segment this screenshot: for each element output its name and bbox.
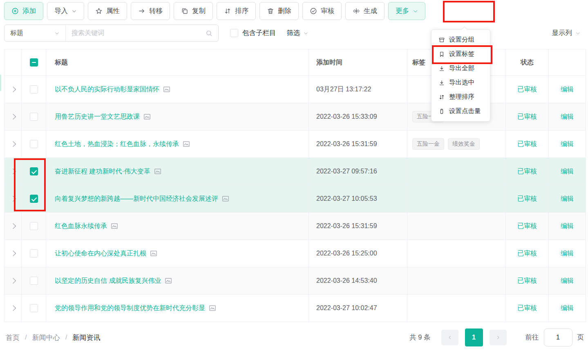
- menu-item-set-tags[interactable]: 设置标签: [431, 47, 490, 61]
- chevron-right-icon[interactable]: [10, 305, 16, 311]
- chevron-right-icon[interactable]: [10, 251, 16, 256]
- row-checkbox[interactable]: [30, 140, 38, 148]
- goto-page-input[interactable]: [544, 328, 572, 346]
- include-children-checkbox[interactable]: [230, 29, 238, 37]
- time-value: 2022-03-27 09:57:16: [316, 168, 377, 175]
- article-title-link[interactable]: 用鲁艺历史讲一堂文艺思政课: [55, 113, 151, 121]
- status-cell: 已审核: [506, 103, 549, 131]
- article-title-link[interactable]: 党的领导作用和党的领导制度优势在新时代充分彰显: [55, 304, 216, 313]
- image-icon: [183, 141, 190, 147]
- row-checkbox[interactable]: [30, 195, 38, 203]
- chevron-right-icon[interactable]: [10, 278, 16, 284]
- chevron-down-icon: [575, 31, 581, 36]
- menu-item-export-all[interactable]: 导出全部: [431, 61, 490, 75]
- review-button[interactable]: 审核: [302, 2, 342, 20]
- copy-button[interactable]: 复制: [174, 2, 213, 20]
- chevron-right-icon[interactable]: [10, 196, 16, 202]
- edit-link[interactable]: 编辑: [561, 85, 574, 94]
- row-checkbox[interactable]: [30, 167, 38, 175]
- generate-button[interactable]: 生成: [345, 2, 385, 20]
- title-column-header: 标题: [46, 49, 309, 76]
- button-label: 排序: [235, 7, 248, 16]
- time-column-header: 添加时间: [309, 49, 407, 76]
- action-cell: 编辑: [549, 267, 586, 295]
- article-title-link[interactable]: 红色血脉永续传承: [55, 222, 118, 231]
- title-cell: 用鲁艺历史讲一堂文艺思政课: [46, 103, 309, 131]
- article-title-link[interactable]: 红色土地，热血浸染；红色血脉，永续传承: [55, 140, 190, 149]
- menu-item-label: 设置标签: [449, 50, 474, 58]
- chevron-down-icon: [303, 31, 309, 36]
- row-checkbox[interactable]: [30, 113, 38, 121]
- chevron-down-icon: [54, 31, 60, 36]
- row-checkbox[interactable]: [30, 249, 38, 257]
- chevron-down-icon: [72, 9, 77, 14]
- edit-link[interactable]: 编辑: [561, 113, 574, 121]
- chevron-right-icon[interactable]: [10, 87, 16, 92]
- action-cell: 编辑: [549, 240, 586, 267]
- search-field-select[interactable]: 标题: [4, 25, 66, 41]
- attributes-button[interactable]: 属性: [88, 2, 127, 20]
- edit-link[interactable]: 编辑: [561, 277, 574, 285]
- row-checkbox[interactable]: [30, 222, 38, 230]
- status-cell: 已审核: [506, 131, 549, 158]
- button-label: 复制: [192, 7, 206, 16]
- menu-item-set-group[interactable]: 设置分组: [431, 33, 490, 47]
- row-checkbox[interactable]: [30, 85, 38, 93]
- article-title-link[interactable]: 以不负人民的实际行动彰显家国情怀: [55, 85, 170, 94]
- row-checkbox[interactable]: [30, 304, 38, 312]
- arrow-right-icon: [138, 7, 145, 15]
- time-value: 2022-03-26 15:31:59: [316, 140, 377, 148]
- footer: 首页 / 新闻中心 / 新闻资讯 共 9 条 1 前往 页: [6, 327, 584, 348]
- status-badge: 已审核: [517, 140, 537, 149]
- show-columns-dropdown[interactable]: 显示列: [552, 29, 581, 38]
- transfer-button[interactable]: 转移: [131, 2, 170, 20]
- filter-dropdown[interactable]: 筛选: [287, 29, 309, 38]
- prev-page-button[interactable]: [441, 330, 458, 345]
- row-checkbox[interactable]: [30, 277, 38, 285]
- edit-link[interactable]: 编辑: [561, 167, 574, 176]
- breadcrumb-home[interactable]: 首页: [6, 333, 20, 342]
- plus-circle-icon: [11, 7, 19, 15]
- article-title-link[interactable]: 向着复兴梦想的新跨越——新时代中国经济社会发展述评: [55, 195, 229, 203]
- edit-link[interactable]: 编辑: [561, 140, 574, 149]
- next-page-button[interactable]: [490, 330, 507, 345]
- article-title: 红色土地，热血浸染；红色血脉，永续传承: [55, 140, 179, 149]
- table-row: 奋进新征程 建功新时代·伟大变革 2022-03-27 09:57:16 已审核…: [4, 158, 586, 185]
- time-value: 03月27日 13:17:22: [316, 85, 371, 94]
- select-all-checkbox[interactable]: [30, 58, 38, 67]
- menu-item-organize-sort[interactable]: 整理排序: [431, 90, 490, 104]
- article-title-link[interactable]: 奋进新征程 建功新时代·伟大变革: [55, 167, 161, 176]
- menu-item-label: 导出选中: [449, 78, 474, 87]
- breadcrumb-separator: /: [65, 333, 67, 342]
- page-number-button[interactable]: 1: [465, 328, 483, 346]
- total-count: 共 9 条: [409, 333, 430, 342]
- add-button[interactable]: 添加: [4, 2, 43, 20]
- edit-link[interactable]: 编辑: [561, 222, 574, 231]
- tag-pill: 绩效奖金: [448, 138, 480, 150]
- article-title-link[interactable]: 让初心使命在内心深处真正扎根: [55, 249, 157, 258]
- more-button[interactable]: 更多: [388, 2, 425, 20]
- chevron-right-icon[interactable]: [10, 223, 16, 229]
- button-label: 删除: [278, 7, 291, 16]
- import-button[interactable]: 导入: [47, 2, 84, 20]
- edit-link[interactable]: 编辑: [561, 195, 574, 203]
- delete-button[interactable]: 删除: [259, 2, 299, 20]
- status-badge: 已审核: [517, 222, 537, 231]
- filter-row: 标题 包含子栏目 筛选 显示列: [4, 24, 584, 42]
- edit-link[interactable]: 编辑: [561, 304, 574, 313]
- search-input[interactable]: [66, 25, 206, 41]
- article-title-link[interactable]: 以坚定的历史自信 成就民族复兴伟业: [55, 277, 172, 285]
- breadcrumb-news-center[interactable]: 新闻中心: [32, 333, 60, 342]
- toolbar: 添加 导入 属性 转移 复制 排序 删除 审核: [4, 2, 425, 20]
- sort-button[interactable]: 排序: [217, 2, 256, 20]
- menu-item-set-clicks[interactable]: 设置点击量: [431, 104, 490, 118]
- status-badge: 已审核: [517, 249, 537, 258]
- check-circle-icon: [310, 7, 317, 15]
- chevron-right-icon[interactable]: [10, 114, 16, 120]
- title-cell: 奋进新征程 建功新时代·伟大变革: [46, 158, 309, 185]
- chevron-right-icon[interactable]: [10, 141, 16, 147]
- edit-link[interactable]: 编辑: [561, 249, 574, 258]
- menu-item-label: 导出全部: [449, 64, 474, 73]
- chevron-right-icon[interactable]: [10, 169, 16, 174]
- menu-item-export-selected[interactable]: 导出选中: [431, 75, 490, 90]
